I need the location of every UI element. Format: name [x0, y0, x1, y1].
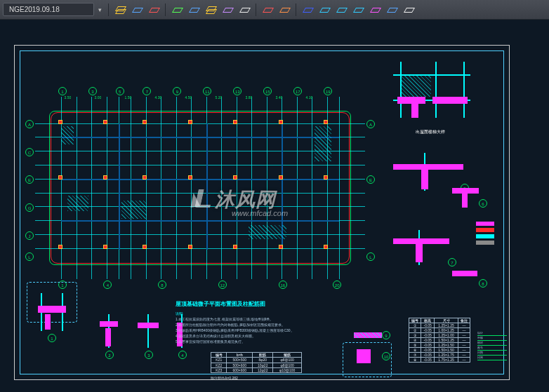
layer-btn-6[interactable] [203, 3, 218, 17]
layer-icon [279, 5, 289, 15]
opening-schedule: 编号标高尺寸备注 ①-0.051.25×1.25— ②-0.051.00×1.2… [409, 318, 470, 363]
separator [296, 4, 296, 16]
layer-btn-11[interactable] [300, 3, 315, 17]
title-block: 设计 审核 校对 图号 日期 比例 [477, 331, 507, 372]
layer-icon [189, 5, 199, 15]
layer-icon [319, 5, 329, 15]
separator [165, 4, 166, 16]
layer-btn-9[interactable] [260, 3, 275, 17]
layer-icon [404, 5, 414, 15]
layer-btn-13[interactable] [333, 3, 349, 17]
layer-btn-7[interactable] [220, 3, 235, 17]
layer-icon [336, 5, 346, 15]
layer-btn-14[interactable] [350, 3, 366, 17]
separator [256, 4, 256, 16]
layer-icon [239, 5, 249, 15]
layer-icon [206, 5, 216, 15]
plan-outline-red [51, 112, 350, 264]
layer-btn-12[interactable] [317, 3, 332, 17]
detail-label: 出屋面楼梯大样 [416, 129, 445, 135]
document-title[interactable]: NGE2019.09.18 [3, 3, 94, 16]
layer-btn-2[interactable] [129, 3, 145, 17]
detail-top-right [393, 62, 477, 125]
layer-btn-5[interactable] [186, 3, 201, 17]
layer-icon [172, 5, 182, 15]
layer-btn-16[interactable] [384, 3, 399, 17]
cad-canvas[interactable]: 1 3 5 7 9 11 13 15 17 19 1 4 8 12 16 20 … [0, 20, 549, 392]
layer-icon [303, 5, 312, 15]
layer-btn-15[interactable] [367, 3, 383, 17]
separator [108, 4, 109, 16]
layer-btn-3[interactable] [146, 3, 161, 17]
layer-icon [223, 5, 232, 15]
schedule-footer: 除注明外A=0.282 [211, 376, 238, 380]
grid-bubble: 1 [58, 87, 67, 95]
layer-btn-4[interactable] [169, 3, 185, 17]
detail-7: 7 [393, 230, 456, 279]
layer-btn-1[interactable] [112, 3, 128, 17]
layer-icon [132, 5, 142, 15]
detail-1: 1 [34, 293, 83, 342]
layer-icon [353, 5, 363, 15]
layer-icon [387, 5, 397, 15]
detail-10: 10 [351, 342, 400, 391]
floor-plan: 1 3 5 7 9 11 13 15 17 19 1 4 8 12 16 20 … [49, 111, 351, 265]
layer-icon [149, 5, 159, 15]
detail-8: 8 [449, 265, 491, 314]
document-dropdown[interactable]: ▾ [95, 6, 105, 13]
layer-icon [115, 5, 125, 15]
layer-icon [263, 5, 272, 15]
toolbar: NGE2019.09.18 ▾ [0, 0, 549, 20]
plan-title: 屋顶基础微子平面布置图及柱配筋图 [176, 300, 265, 308]
layer-btn-17[interactable] [401, 3, 416, 17]
layer-icon [370, 5, 380, 15]
plan-notes: 说明: 1.本工程抗震设防烈度为七度,框架抗震等级三级,场地类别Ⅱ类。 2.本图… [176, 311, 330, 344]
layer-btn-10[interactable] [277, 3, 292, 17]
column-schedule: 编号b×h 配筋箍筋 KZ1500×5008φ20φ8@100 KZ2500×6… [211, 352, 302, 373]
layer-btn-8[interactable] [237, 3, 252, 17]
color-legend [476, 222, 494, 247]
